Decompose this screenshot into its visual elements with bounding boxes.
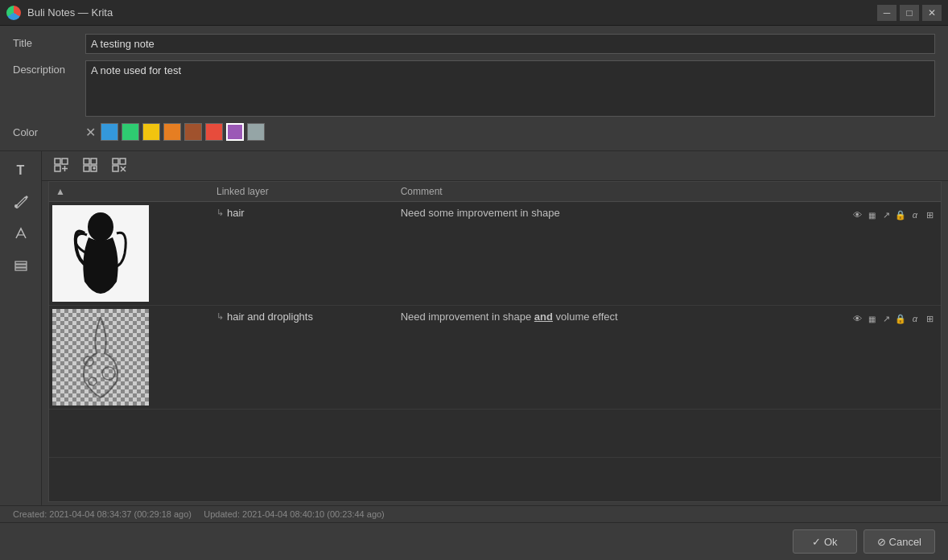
text-icon: T <box>17 163 25 178</box>
ok-button[interactable]: ✓ Ok <box>793 529 857 554</box>
main-window: Title Description A note used for test C… <box>0 26 948 560</box>
color-label: Color <box>13 126 85 138</box>
row-icons-cell-hair: 👁 ▦ ↗ 🔒 α ⊞ <box>781 202 941 306</box>
color-swatch-purple[interactable] <box>226 123 244 141</box>
svg-rect-6 <box>62 159 68 164</box>
title-bar-text: Buli Notes — Krita <box>27 6 877 19</box>
brush-icon <box>14 194 28 212</box>
color-row: Color ✕ <box>13 123 935 141</box>
row-icons-droplights: 👁 ▦ ↗ 🔒 α ⊞ <box>786 309 936 325</box>
grid-icon: ▦ <box>865 208 878 221</box>
svg-rect-14 <box>113 159 118 164</box>
svg-rect-10 <box>84 159 89 164</box>
app-icon <box>6 6 21 20</box>
color-none-button[interactable]: ✕ <box>85 125 96 140</box>
lock-icon: 🔒 <box>894 208 907 221</box>
svg-rect-16 <box>113 166 118 171</box>
layer-name-cell-droplights: ↳ hair and droplights <box>210 306 394 410</box>
panel-toolbar <box>42 151 948 181</box>
row-icons-cell-droplights: 👁 ▦ ↗ 🔒 α ⊞ <box>781 306 941 410</box>
comment-cell-hair: Need some improvement in shape <box>394 202 781 306</box>
title-input[interactable] <box>85 34 935 54</box>
visibility-icon-2[interactable]: 👁 <box>851 312 864 325</box>
comment-pre: Need improvement in shape <box>401 311 534 323</box>
cancel-button[interactable]: ⊘ Cancel <box>864 529 935 554</box>
close-button[interactable]: ✕ <box>922 5 942 21</box>
pen-icon <box>14 226 28 245</box>
layer-arrow-icon: ↳ <box>216 208 224 218</box>
table-row[interactable]: ↳ hair Need some improvement in shape 👁 <box>49 202 941 306</box>
color-swatch-orange[interactable] <box>163 123 181 141</box>
color-swatch-brown[interactable] <box>184 123 202 141</box>
comment-post: volume effect <box>553 311 618 323</box>
table-row[interactable]: ↳ hair and droplights Need improvement i… <box>49 306 941 410</box>
layers-tool-button[interactable] <box>6 253 35 282</box>
col-icons <box>781 182 941 202</box>
droplights-thumbnail <box>52 309 149 406</box>
grid-icon-2: ▦ <box>865 312 878 325</box>
visibility-icon[interactable]: 👁 <box>851 208 864 221</box>
content-area: T <box>0 150 948 505</box>
created-label: Created: <box>13 509 47 519</box>
updated-value: 2021-04-04 08:40:10 (00:23:44 ago) <box>242 509 385 519</box>
color-swatch-gray[interactable] <box>247 123 265 141</box>
add-link-button[interactable] <box>48 154 74 177</box>
layers-table-container[interactable]: ▲ Linked layer Comment <box>48 181 942 502</box>
alpha-icon: α <box>909 208 921 221</box>
row-icons-hair: 👁 ▦ ↗ 🔒 α ⊞ <box>786 205 936 221</box>
description-label: Description <box>13 60 85 76</box>
sort-arrow-icon: ▲ <box>56 186 65 197</box>
color-swatch-yellow[interactable] <box>142 123 160 141</box>
description-input[interactable]: A note used for test <box>85 60 935 117</box>
updated-label: Updated: <box>204 509 240 519</box>
add-icon[interactable]: ⊞ <box>923 208 936 221</box>
title-label: Title <box>13 34 85 49</box>
color-swatches: ✕ <box>85 123 265 141</box>
minimize-button[interactable]: ─ <box>877 5 896 21</box>
lock-icon-2: 🔒 <box>894 312 907 325</box>
table-row-empty <box>49 410 941 458</box>
add-icon-2[interactable]: ⊞ <box>923 312 936 325</box>
color-swatch-blue[interactable] <box>101 123 118 141</box>
add-link-icon <box>53 157 69 175</box>
svg-point-21 <box>102 367 115 380</box>
svg-rect-5 <box>55 159 60 164</box>
col-thumbnail: ▲ <box>49 182 210 202</box>
delete-link-button[interactable] <box>106 154 132 177</box>
hair-thumbnail <box>52 205 149 302</box>
svg-point-19 <box>88 212 113 241</box>
edit-link-button[interactable] <box>77 154 103 177</box>
svg-rect-12 <box>84 166 89 171</box>
maximize-button[interactable]: □ <box>900 5 919 21</box>
brush-tool-button[interactable] <box>6 188 35 217</box>
comment-and: and <box>534 311 553 323</box>
alpha-icon-2: α <box>909 312 921 325</box>
title-row: Title <box>13 34 935 54</box>
status-bar: Created: 2021-04-04 08:34:37 (00:29:18 a… <box>0 505 948 522</box>
svg-rect-15 <box>120 159 126 164</box>
link-icon-2: ↗ <box>880 312 892 325</box>
svg-point-0 <box>14 204 18 208</box>
svg-rect-7 <box>55 166 60 171</box>
thumbnail-cell-droplights <box>49 306 210 410</box>
delete-link-icon <box>111 157 127 175</box>
link-icon: ↗ <box>880 208 892 221</box>
comment-cell-droplights: Need improvement in shape and volume eff… <box>394 306 781 410</box>
svg-rect-3 <box>15 265 27 267</box>
layers-icon <box>14 258 28 277</box>
created-value: 2021-04-04 08:34:37 (00:29:18 ago) <box>49 509 192 519</box>
window-controls: ─ □ ✕ <box>877 5 942 21</box>
right-panel: ▲ Linked layer Comment <box>42 151 948 505</box>
svg-point-20 <box>84 356 93 366</box>
color-swatch-green[interactable] <box>122 123 139 141</box>
layer-name-droplights: hair and droplights <box>227 311 313 323</box>
table-header-row: ▲ Linked layer Comment <box>49 182 941 202</box>
text-tool-button[interactable]: T <box>6 156 35 185</box>
left-toolbar: T <box>0 151 42 505</box>
layer-name-cell-hair: ↳ hair <box>210 202 394 306</box>
pen-tool-button[interactable] <box>6 220 35 249</box>
color-swatch-red[interactable] <box>205 123 223 141</box>
col-comment: Comment <box>394 182 781 202</box>
layers-table: ▲ Linked layer Comment <box>49 182 941 458</box>
comment-hair: Need some improvement in shape <box>401 207 560 219</box>
